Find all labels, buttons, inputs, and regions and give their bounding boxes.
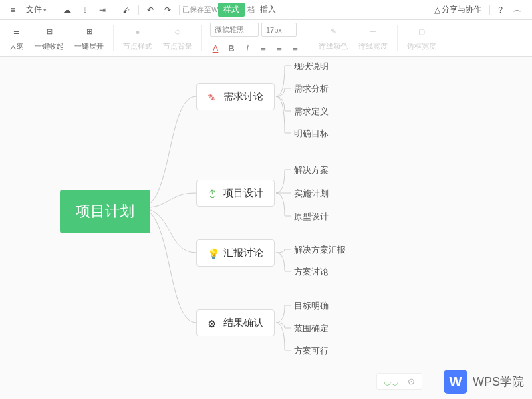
separator (489, 5, 490, 15)
separator (138, 5, 139, 15)
node-bg-label: 节点背景 (163, 41, 192, 51)
expand-all-button[interactable]: ⊞一键展开 (69, 20, 109, 56)
collapse-all-button[interactable]: ⊟一键收起 (29, 20, 69, 56)
redo-icon[interactable]: ↷ (159, 0, 176, 19)
watermark-text: WPS学院 (473, 374, 524, 390)
align-right-button[interactable]: ≡ (290, 43, 301, 53)
main-toolbar: ≡ 文件 ▾ ☁ ⇩ ⇥ 🖌 ↶ ↷ 已保存至W 样式 档 插入 △ 分享与协作… (0, 0, 532, 20)
expand-label: 一键展开 (74, 41, 104, 51)
line-color-icon: ✎ (327, 25, 340, 39)
leaf-node[interactable]: 解决方案 (294, 164, 329, 176)
border-width-label: 边框宽度 (407, 41, 436, 51)
collapse-ribbon-icon[interactable]: ︿ (508, 0, 527, 19)
ribbon-toolbar: ☰大纲 ⊟一键收起 ⊞一键展开 ●节点样式 ◇节点背景 微软雅黑 ⋯ 17px … (0, 20, 532, 57)
branch-node-1[interactable]: ✎需求讨论 (196, 83, 275, 110)
leaf-node[interactable]: 原型设计 (294, 211, 329, 223)
node-bg-icon: ◇ (171, 25, 184, 39)
bulb-icon: 💡 (207, 248, 218, 259)
leaf-node[interactable]: 现状说明 (294, 61, 329, 72)
format-painter-icon[interactable]: 🖌 (117, 0, 136, 19)
branch-node-2[interactable]: ⏱项目设计 (196, 180, 275, 207)
bold-button[interactable]: B (226, 43, 237, 53)
collapse-icon: ⊟ (43, 25, 56, 39)
file-menu[interactable]: 文件 ▾ (21, 0, 52, 19)
branch-node-3[interactable]: 💡汇报讨论 (196, 239, 275, 267)
separator (114, 5, 114, 15)
pencil-icon: ✎ (207, 92, 218, 102)
collapse-label: 一键收起 (35, 41, 64, 51)
branch-label: 需求讨论 (223, 90, 263, 103)
wps-logo-icon: W (444, 370, 467, 394)
italic-button[interactable]: I (242, 43, 253, 53)
root-label: 项目计划 (76, 203, 134, 219)
separator (113, 25, 114, 51)
target-icon[interactable]: ⊙ (408, 376, 415, 386)
leaf-node[interactable]: 解决方案汇报 (294, 244, 346, 256)
leaf-node[interactable]: 明确目标 (294, 128, 329, 140)
leaf-node[interactable]: 方案可行 (294, 345, 329, 357)
branch-label: 汇报讨论 (223, 247, 263, 259)
mini-toolbar: ◡◡ ⊙ (376, 373, 422, 390)
expand-icon: ⊞ (82, 25, 96, 39)
node-style-icon: ● (131, 25, 144, 39)
font-size-select[interactable]: 17px ⋯ (261, 23, 297, 37)
line-width-button[interactable]: ═连线宽度 (353, 20, 393, 56)
separator (201, 25, 202, 51)
gear-icon: ⚙ (207, 318, 218, 329)
separator (309, 25, 309, 51)
leaf-node[interactable]: 范围确定 (294, 323, 329, 334)
insert-tab[interactable]: 插入 (255, 0, 281, 19)
cloud-save-icon[interactable]: ☁ (58, 0, 76, 19)
branch-label: 结果确认 (223, 317, 263, 329)
font-name-value: 微软雅黑 (215, 25, 244, 35)
font-color-button[interactable]: A (210, 43, 221, 53)
leaf-node[interactable]: 需求分析 (294, 83, 329, 95)
separator (55, 5, 55, 15)
line-width-icon: ═ (366, 25, 380, 39)
file-label: 文件 (26, 4, 42, 15)
share-button[interactable]: △ 分享与协作 (429, 0, 487, 19)
menu-hamburger-icon[interactable]: ≡ (5, 0, 21, 19)
eye-icon[interactable]: ◡◡ (384, 376, 398, 386)
align-center-button[interactable]: ≡ (274, 43, 285, 53)
align-left-button[interactable]: ≡ (258, 43, 269, 53)
help-icon[interactable]: ? (493, 0, 508, 19)
line-color-label: 连线颜色 (319, 41, 348, 51)
font-size-value: 17px (266, 26, 282, 34)
node-bg-button[interactable]: ◇节点背景 (158, 20, 198, 56)
outline-icon: ☰ (10, 25, 23, 39)
undo-icon[interactable]: ↶ (142, 0, 159, 19)
line-width-label: 连线宽度 (358, 41, 388, 51)
download-icon[interactable]: ⇩ (76, 0, 94, 19)
export-icon[interactable]: ⇥ (94, 0, 111, 19)
root-node[interactable]: 项目计划 (60, 190, 150, 233)
leaf-node[interactable]: 方案讨论 (294, 266, 329, 278)
border-width-icon: ▢ (415, 25, 428, 39)
leaf-node[interactable]: 需求定义 (294, 106, 329, 118)
separator (397, 25, 398, 51)
border-width-button[interactable]: ▢边框宽度 (402, 20, 442, 56)
leaf-node[interactable]: 实施计划 (294, 188, 329, 200)
branch-node-4[interactable]: ⚙结果确认 (196, 309, 275, 336)
save-status: 已保存至W (182, 5, 218, 15)
leaf-node[interactable]: 目标明确 (294, 300, 329, 312)
branch-label: 项目设计 (223, 187, 263, 200)
outline-button[interactable]: ☰大纲 (4, 20, 29, 56)
outline-label: 大纲 (9, 41, 24, 51)
chevron-down-icon: ▾ (43, 7, 47, 13)
timer-icon: ⏱ (207, 188, 218, 199)
separator (179, 5, 180, 15)
watermark: W WPS学院 (444, 370, 524, 394)
line-color-button[interactable]: ✎连线颜色 (313, 20, 353, 56)
node-style-button[interactable]: ●节点样式 (118, 20, 158, 56)
style-tab[interactable]: 样式 (218, 3, 245, 17)
share-label: 分享与协作 (442, 4, 481, 15)
font-family-select[interactable]: 微软雅黑 ⋯ (210, 23, 259, 37)
mindmap-canvas[interactable]: 项目计划 ✎需求讨论 ⏱项目设计 💡汇报讨论 ⚙结果确认 现状说明 需求分析 需… (0, 57, 532, 399)
node-style-label: 节点样式 (123, 41, 152, 51)
